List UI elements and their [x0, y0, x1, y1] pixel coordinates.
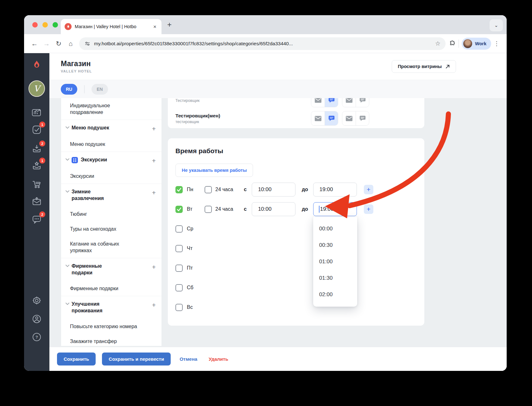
minimize-window-button[interactable] — [42, 22, 48, 28]
category-item[interactable]: Тюбинг — [61, 207, 147, 222]
all-day-label: 24 часа — [215, 206, 238, 212]
category-group[interactable]: Улучшения проживания + — [61, 296, 162, 319]
category-item[interactable]: Повысьте категорию номера — [61, 319, 147, 334]
category-item[interactable]: Индивидуальное поздравление — [61, 98, 147, 120]
browser-menu-icon[interactable]: ⋮ — [494, 40, 500, 47]
extensions-puzzle-icon[interactable] — [449, 40, 456, 47]
chevron-down-icon[interactable] — [66, 303, 69, 305]
lang-tab-en[interactable]: EN — [92, 84, 108, 95]
help-icon[interactable]: ? — [30, 331, 43, 343]
add-subcategory-icon[interactable]: + — [152, 157, 156, 164]
time-option[interactable]: 00:00 — [313, 221, 357, 237]
tab-strip: Магазин | Valley Hotel | Hotbo × + ⌄ — [24, 15, 507, 34]
time-to-input[interactable]: 19:00 — [313, 183, 357, 197]
sidebar-item-reviews[interactable]: 1 — [30, 159, 43, 172]
chevron-down-icon[interactable] — [66, 190, 69, 193]
day-checkbox[interactable] — [175, 304, 183, 311]
browser-tab[interactable]: Магазин | Valley Hotel | Hotbo × — [61, 19, 162, 34]
save-button[interactable]: Сохранить — [57, 353, 96, 365]
category-item[interactable]: Меню подушек — [61, 137, 147, 152]
working-hours-title: Время работы — [175, 147, 417, 155]
chevron-down-icon[interactable] — [66, 158, 69, 161]
time-to-input-focused[interactable]: 19:00 — [313, 202, 357, 216]
sidebar-item-shop[interactable] — [30, 178, 43, 191]
site-settings-icon[interactable] — [84, 41, 91, 47]
sidebar-item-tasks[interactable]: 1 — [30, 123, 43, 136]
add-interval-button[interactable]: + — [364, 204, 373, 214]
add-subcategory-icon[interactable]: + — [152, 263, 156, 270]
time-option[interactable]: 01:30 — [313, 270, 357, 286]
chevron-down-icon[interactable] — [66, 265, 69, 267]
sidebar-item-inbox[interactable]: 2 — [30, 142, 43, 155]
category-item[interactable]: Туры на снегоходах — [61, 222, 147, 236]
save-and-translate-button[interactable]: Сохранить и перевести — [102, 353, 171, 365]
bookmark-star-icon[interactable]: ☆ — [435, 40, 440, 47]
chat-channel-button[interactable] — [325, 98, 338, 107]
no-working-hours-button[interactable]: Не указывать время работы — [175, 164, 253, 177]
email-channel-button[interactable] — [342, 98, 356, 107]
settings-gear-icon[interactable] — [30, 294, 43, 307]
day-checkbox[interactable] — [175, 284, 183, 291]
traffic-lights — [32, 22, 58, 28]
cancel-link[interactable]: Отмена — [180, 356, 197, 362]
category-group[interactable]: Меню подушек + — [61, 120, 162, 137]
category-item[interactable]: Фирменные подарки — [61, 281, 147, 296]
category-item[interactable]: Экскурсии — [61, 169, 147, 184]
day-checkbox[interactable] — [175, 265, 183, 272]
sidebar-item-chat[interactable]: 2 — [30, 213, 43, 226]
email-channel-button[interactable] — [311, 98, 325, 107]
view-storefront-button[interactable]: Просмотр витрины — [392, 60, 456, 73]
day-row-mon: Пн 24 часа с 10:00 до 19:00 + — [175, 183, 417, 197]
category-item[interactable]: Катание на собачьих упряжках — [61, 236, 147, 258]
hotbot-favicon-icon — [65, 23, 72, 30]
add-interval-button[interactable]: + — [364, 185, 373, 194]
chat-channel-button[interactable] — [356, 98, 369, 107]
tab-search-chevron-icon[interactable]: ⌄ — [490, 19, 503, 31]
add-subcategory-icon[interactable]: + — [152, 125, 156, 132]
add-subcategory-icon[interactable]: + — [152, 189, 156, 196]
app-sidebar: V 1 2 1 — [24, 53, 49, 371]
category-group[interactable]: Экскурсии + — [61, 152, 162, 169]
back-button[interactable]: ← — [28, 40, 41, 47]
browser-profile-chip[interactable]: Work — [462, 38, 491, 50]
fullscreen-window-button[interactable] — [53, 22, 58, 28]
url-bar[interactable]: my.hotbot.ai/properties/65f2c01f38e33000… — [79, 37, 446, 50]
day-checkbox[interactable] — [175, 245, 183, 252]
category-group[interactable]: Зимние развлечения + — [61, 184, 162, 207]
excursions-dice-icon — [72, 157, 78, 163]
property-avatar[interactable]: V — [28, 80, 45, 97]
tasks-badge: 1 — [39, 122, 45, 128]
time-option[interactable]: 01:00 — [313, 253, 357, 270]
forward-button[interactable]: → — [41, 40, 53, 47]
time-from-input[interactable]: 10:00 — [252, 183, 295, 197]
close-tab-icon[interactable]: × — [152, 23, 158, 30]
time-from-input[interactable]: 10:00 — [252, 202, 295, 216]
chat-channel-button[interactable] — [325, 111, 338, 125]
chevron-down-icon[interactable] — [66, 126, 69, 129]
time-option[interactable]: 00:30 — [313, 237, 357, 253]
sidebar-item-mailing[interactable] — [30, 195, 43, 208]
all-day-checkbox[interactable] — [205, 186, 212, 193]
reload-button[interactable]: ↻ — [53, 40, 65, 47]
lang-tab-ru[interactable]: RU — [61, 84, 77, 95]
url-text[interactable]: my.hotbot.ai/properties/65f2c01f38e33000… — [94, 41, 293, 47]
time-dropdown: 00:00 00:30 01:00 01:30 02:00 — [313, 217, 357, 307]
close-window-button[interactable] — [32, 22, 38, 28]
email-channel-button[interactable] — [342, 111, 356, 125]
day-checkbox-checked[interactable] — [175, 206, 183, 213]
inbox-badge: 2 — [39, 141, 45, 147]
day-checkbox[interactable] — [175, 225, 183, 233]
add-subcategory-icon[interactable]: + — [152, 301, 156, 308]
email-channel-button[interactable] — [311, 111, 325, 125]
profile-person-icon[interactable] — [30, 313, 43, 325]
category-group[interactable]: Фирменные подарки + — [61, 258, 162, 281]
category-item[interactable]: Закажите трансфер — [61, 334, 147, 346]
time-option[interactable]: 02:00 — [313, 286, 357, 303]
delete-link[interactable]: Удалить — [209, 356, 228, 362]
new-tab-button[interactable]: + — [167, 20, 172, 29]
sidebar-item-analytics[interactable] — [30, 106, 43, 119]
home-button[interactable]: ⌂ — [65, 40, 77, 47]
day-checkbox-checked[interactable] — [175, 186, 183, 193]
all-day-checkbox[interactable] — [205, 206, 212, 213]
chat-channel-button[interactable] — [356, 111, 369, 125]
